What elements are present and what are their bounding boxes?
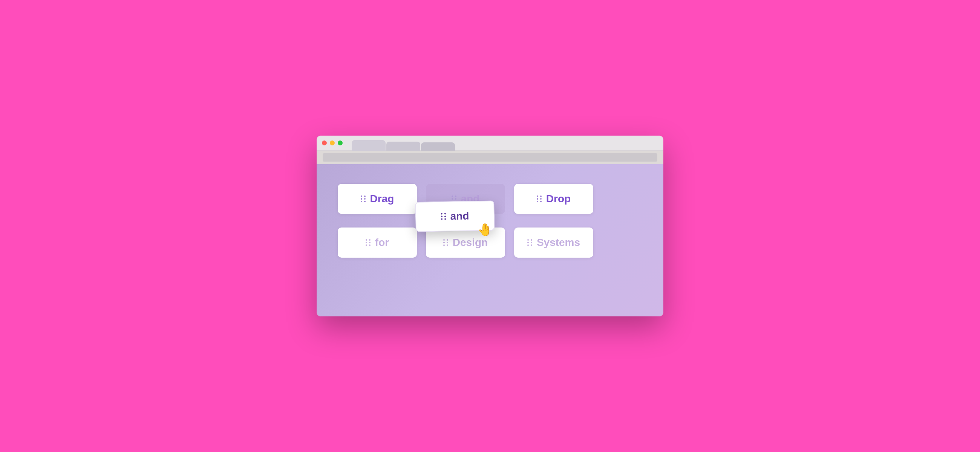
for-label: for (375, 236, 389, 249)
drag-card[interactable]: Drag (338, 184, 417, 214)
drop-label: Drop (546, 193, 571, 205)
drop-card[interactable]: Drop (514, 184, 593, 214)
drag-handle-for (366, 239, 371, 246)
systems-card[interactable]: Systems (514, 227, 593, 258)
drag-handle-drag (361, 195, 366, 202)
and-label: and (450, 210, 469, 222)
drag-cursor-icon: 🤚 (477, 222, 493, 237)
browser-content: Drag and Drop (317, 164, 663, 316)
drag-handle-design (443, 239, 449, 246)
browser-tab-1[interactable] (352, 140, 386, 151)
systems-label: Systems (537, 236, 580, 249)
browser-tab-3[interactable] (421, 143, 455, 151)
minimize-button[interactable] (330, 141, 335, 145)
design-card[interactable]: Design (426, 227, 505, 258)
browser-window: Drag and Drop (317, 136, 663, 316)
design-label: Design (453, 236, 488, 249)
drag-label: Drag (370, 193, 394, 205)
for-card[interactable]: for (338, 227, 417, 258)
browser-tab-2[interactable] (387, 142, 420, 151)
dragged-and-card[interactable]: and 🤚 (415, 200, 495, 232)
url-input[interactable] (323, 153, 657, 162)
drag-handle-and-floating (441, 213, 446, 220)
maximize-button[interactable] (338, 141, 343, 145)
browser-titlebar (317, 136, 663, 151)
address-bar (317, 151, 663, 164)
drag-handle-systems (527, 239, 533, 246)
drag-handle-drop (537, 195, 542, 202)
close-button[interactable] (322, 141, 327, 145)
